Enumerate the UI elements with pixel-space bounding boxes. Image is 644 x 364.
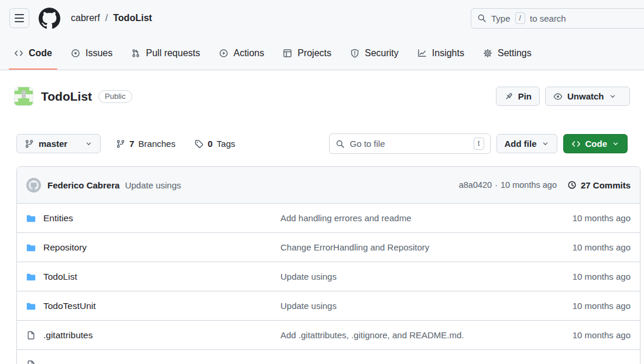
file-table: Federico Cabrera Update usings a8a0420 ·… bbox=[16, 166, 640, 364]
git-branch-icon bbox=[116, 139, 125, 149]
file-icon bbox=[26, 360, 36, 364]
table-row: TodoList Update usings 10 months ago bbox=[17, 262, 640, 291]
commit-time: 10 months ago bbox=[501, 180, 557, 190]
table-row: Entities Add handling errores and readme… bbox=[17, 203, 640, 232]
commit-author-avatar[interactable] bbox=[26, 178, 41, 193]
breadcrumb-separator: / bbox=[105, 13, 108, 23]
code-icon bbox=[571, 139, 581, 149]
git-branch-icon bbox=[25, 139, 34, 149]
commit-time-label: 10 months ago bbox=[573, 242, 631, 252]
table-row: TodoTestUnit Update usings 10 months ago bbox=[17, 291, 640, 320]
folder-icon bbox=[26, 301, 36, 311]
hamburger-icon bbox=[15, 14, 24, 15]
add-file-button[interactable]: Add file bbox=[496, 134, 557, 153]
go-to-file-input[interactable]: Go to file t bbox=[329, 133, 491, 154]
page-title: TodoList bbox=[41, 90, 92, 104]
branches-link[interactable]: 7 Branches bbox=[112, 139, 179, 149]
commit-time-label: 10 months ago bbox=[573, 213, 631, 223]
commit-time-label: 10 months ago bbox=[573, 301, 631, 311]
folder-icon bbox=[26, 243, 36, 252]
file-name-link[interactable]: .gitattributes bbox=[43, 330, 93, 341]
tab-settings[interactable]: Settings bbox=[477, 36, 538, 70]
commit-message-link[interactable]: Add .gitattributes, .gitignore, and READ… bbox=[280, 330, 573, 340]
pin-icon bbox=[504, 92, 513, 101]
commit-time-label: 10 months ago bbox=[573, 272, 631, 281]
chevron-down-icon bbox=[612, 140, 619, 147]
file-name-link[interactable]: Repository bbox=[43, 242, 87, 253]
tab-actions[interactable]: Actions bbox=[213, 36, 270, 70]
file-name-link[interactable]: Entities bbox=[43, 213, 73, 224]
eye-icon bbox=[553, 92, 563, 101]
t-key-hint: t bbox=[474, 138, 484, 150]
folder-icon bbox=[26, 214, 36, 223]
folder-icon bbox=[26, 272, 36, 281]
table-row bbox=[17, 349, 640, 364]
history-icon bbox=[567, 180, 577, 190]
search-placeholder-prefix: Type bbox=[491, 13, 511, 23]
branch-selector[interactable]: master bbox=[16, 134, 101, 153]
search-icon bbox=[335, 139, 345, 149]
breadcrumb-repo[interactable]: TodoList bbox=[113, 13, 152, 23]
slash-key-hint: / bbox=[515, 12, 525, 25]
commit-author[interactable]: Federico Cabrera bbox=[47, 180, 119, 190]
file-icon bbox=[26, 331, 36, 340]
breadcrumb: cabrerf / TodoList bbox=[71, 13, 152, 23]
hamburger-menu-button[interactable] bbox=[9, 8, 29, 28]
tab-pull-requests[interactable]: Pull requests bbox=[125, 36, 207, 70]
tab-code[interactable]: Code bbox=[8, 36, 59, 70]
tab-projects[interactable]: Projects bbox=[276, 36, 338, 70]
file-name-link[interactable]: TodoTestUnit bbox=[43, 301, 96, 311]
commit-sha-time: a8a0420 · 10 months ago bbox=[459, 180, 557, 190]
tab-issues[interactable]: Issues bbox=[64, 36, 119, 70]
commit-sha[interactable]: a8a0420 bbox=[459, 180, 492, 190]
table-row: .gitattributes Add .gitattributes, .giti… bbox=[17, 320, 640, 349]
repo-header: TodoList Public Pin Unwatch bbox=[0, 70, 644, 106]
commit-message[interactable]: Update usings bbox=[125, 180, 181, 190]
commit-message-link[interactable]: Update usings bbox=[280, 272, 573, 281]
tab-security[interactable]: Security bbox=[344, 36, 405, 70]
github-logo-icon[interactable] bbox=[39, 8, 60, 29]
repo-nav-tabs: Code Issues Pull requests Actions Projec… bbox=[0, 36, 644, 70]
issue-icon bbox=[71, 49, 80, 58]
commit-time-label: 10 months ago bbox=[573, 330, 631, 340]
shield-icon bbox=[350, 49, 359, 58]
chevron-down-icon bbox=[542, 140, 549, 147]
tags-link[interactable]: 0 Tags bbox=[191, 139, 239, 149]
gear-icon bbox=[483, 49, 492, 58]
table-row: Repository Change ErrorHandling and Repo… bbox=[17, 232, 640, 262]
breadcrumb-owner[interactable]: cabrerf bbox=[71, 13, 100, 23]
repo-avatar bbox=[14, 87, 33, 106]
search-icon bbox=[477, 13, 487, 23]
latest-commit-bar: Federico Cabrera Update usings a8a0420 ·… bbox=[17, 167, 640, 203]
code-icon bbox=[14, 49, 23, 58]
search-placeholder-suffix: to search bbox=[530, 13, 566, 23]
repo-main: TodoList Public Pin Unwatch master 7 Bra… bbox=[0, 70, 644, 364]
tag-icon bbox=[194, 139, 204, 149]
file-rows: Entities Add handling errores and readme… bbox=[17, 203, 640, 364]
play-icon bbox=[219, 49, 228, 58]
file-name-link[interactable]: TodoList bbox=[43, 272, 77, 282]
pull-request-icon bbox=[131, 49, 141, 58]
chevron-down-icon bbox=[609, 92, 616, 100]
commits-history-link[interactable]: 27 Commits bbox=[567, 180, 631, 190]
global-search-input[interactable]: Type / to search bbox=[471, 8, 644, 29]
repo-toolbar: master 7 Branches 0 Tags Go to file t Ad… bbox=[0, 133, 644, 154]
commit-message-link[interactable]: Change ErrorHandling and Repository bbox=[280, 242, 573, 252]
tab-insights[interactable]: Insights bbox=[411, 36, 471, 70]
global-header: cabrerf / TodoList Type / to search bbox=[0, 0, 644, 36]
code-button[interactable]: Code bbox=[563, 134, 628, 153]
pin-button[interactable]: Pin bbox=[496, 87, 540, 106]
commit-message-link[interactable]: Update usings bbox=[280, 301, 573, 311]
table-icon bbox=[283, 49, 292, 58]
commit-message-link[interactable]: Add handling errores and readme bbox=[280, 213, 573, 223]
graph-icon bbox=[417, 49, 427, 58]
visibility-badge: Public bbox=[98, 90, 132, 103]
unwatch-button[interactable]: Unwatch bbox=[545, 87, 630, 106]
chevron-down-icon bbox=[85, 140, 93, 147]
